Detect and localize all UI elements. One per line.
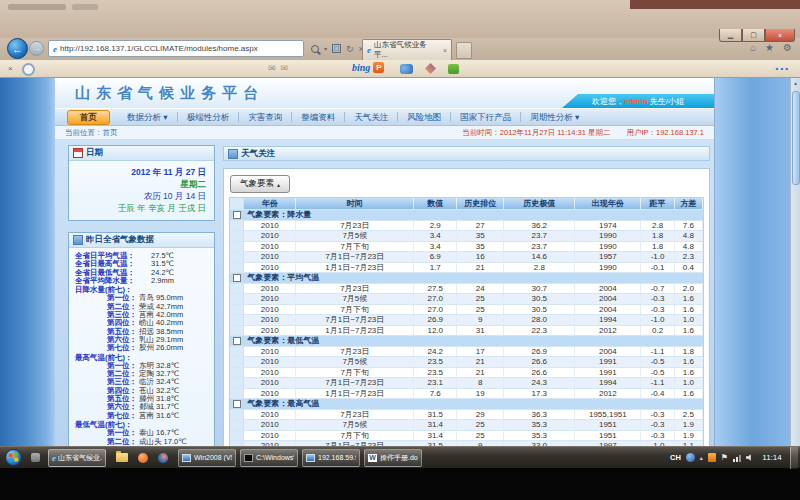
nav-tab-6[interactable]: 风险地图 <box>397 112 450 122</box>
rank-item: 第七位：莒南 31.6℃ <box>75 412 211 420</box>
tray-app-icon[interactable] <box>686 453 695 462</box>
orange-app-icon[interactable] <box>138 453 148 463</box>
taskbar-clock[interactable]: 11:14 <box>759 453 785 462</box>
favorites-icon[interactable]: ★ <box>765 42 774 53</box>
table-row[interactable]: 20107月23日27.52430.72004-0.72.0 <box>230 284 703 295</box>
tools-icon[interactable]: ⚙ <box>783 42 792 53</box>
cell: 23.5 <box>414 368 457 378</box>
spark-addon-icon[interactable] <box>425 63 436 74</box>
cell: 2010 <box>244 410 296 420</box>
tray-security-icon[interactable] <box>708 453 716 462</box>
action-center-flag-icon[interactable]: ⚑ <box>721 453 728 462</box>
puzzle-addon-icon[interactable] <box>448 64 459 74</box>
new-tab-button[interactable] <box>456 42 472 59</box>
table-row[interactable]: 20107月1日~7月23日26.9928.01994-1.01.0 <box>230 315 703 326</box>
language-indicator[interactable]: CH <box>670 453 681 462</box>
nav-tab-7[interactable]: 国家下行产品 <box>450 112 520 122</box>
column-header-7[interactable]: 方差 <box>675 198 703 209</box>
mail-icon[interactable]: ✉ <box>268 63 276 73</box>
nav-tab-3[interactable]: 灾害查询 <box>238 112 291 122</box>
cell: 7月5候 <box>296 357 414 367</box>
toolbar-close-icon[interactable]: × <box>8 64 13 73</box>
element-filter-button[interactable]: 气象要素 ▴ <box>230 175 290 193</box>
nav-tab-5[interactable]: 天气关注 <box>344 112 397 122</box>
bing-logo[interactable]: bing <box>352 62 370 73</box>
bing-p-icon[interactable]: P <box>373 62 384 73</box>
scrollbar-thumb[interactable] <box>792 91 800 185</box>
table-row[interactable]: 20101月1日~7月23日1.7212.81990-0.10.4 <box>230 263 703 274</box>
refresh-icon[interactable]: ↻ <box>346 44 354 54</box>
column-header-3[interactable]: 历史排位 <box>457 198 504 209</box>
camera-addon-icon[interactable] <box>400 64 413 74</box>
nav-tab-8[interactable]: 周期性分析 ▾ <box>520 112 588 122</box>
send-icon[interactable]: ✉ <box>281 63 289 73</box>
cell: 31 <box>457 326 504 336</box>
taskbar-button-0[interactable]: Win2008 (VS2... <box>178 449 236 467</box>
column-header-0[interactable]: 年份 <box>244 198 296 209</box>
nav-tab-2[interactable]: 极端性分析 <box>177 112 239 122</box>
table-row[interactable]: 20107月下旬23.52126.61991-0.51.6 <box>230 368 703 379</box>
table-row[interactable]: 20107月5候31.42535.31951-0.31.9 <box>230 420 703 431</box>
network-icon[interactable] <box>733 454 741 462</box>
table-row[interactable]: 20107月下旬31.42535.31951-0.31.9 <box>230 431 703 442</box>
column-header-4[interactable]: 历史极值 <box>504 198 575 209</box>
cell: 30.7 <box>504 284 575 294</box>
hidden-icons-arrow[interactable]: ▴ <box>700 454 703 461</box>
search-icon[interactable] <box>311 45 319 53</box>
forward-button[interactable]: → <box>29 41 44 56</box>
column-header-5[interactable]: 出现年份 <box>575 198 641 209</box>
tab-close-icon[interactable]: × <box>443 47 447 54</box>
taskbar-button-2[interactable]: 192.168.59.99... <box>302 449 360 467</box>
table-row[interactable]: 20107月1日~7月23日6.91614.61957-1.02.3 <box>230 252 703 263</box>
explorer-folder-icon[interactable] <box>116 453 128 462</box>
scroll-up-icon[interactable]: ▴ <box>791 79 800 88</box>
table-row[interactable]: 20107月5候3.43523.719901.84.8 <box>230 231 703 242</box>
table-row[interactable]: 20107月23日24.21726.92004-1.11.8 <box>230 347 703 358</box>
calendar-panel: 日期 2012 年 11 月 27 日 星期二 农历 10 月 14 日 壬辰 … <box>68 145 215 221</box>
taskbar-active-window[interactable]: e 山东省气候业... <box>48 449 106 467</box>
media-player-icon[interactable] <box>158 453 168 463</box>
column-header-2[interactable]: 数值 <box>414 198 457 209</box>
table-row[interactable]: 20107月23日31.52936.31955,1951-0.32.5 <box>230 410 703 421</box>
volume-icon[interactable] <box>746 454 754 462</box>
search-dropdown-icon[interactable]: ▾ <box>324 45 327 52</box>
address-bar[interactable]: e http://192.168.137.1/GLCCLIMATE/module… <box>48 40 304 57</box>
cell: 27.0 <box>414 294 457 304</box>
minimize-button[interactable]: ▁ <box>719 29 742 42</box>
vertical-scrollbar[interactable]: ▴ <box>790 78 800 446</box>
cell: 3.4 <box>414 231 457 241</box>
table-row[interactable]: 20107月5候23.52126.61991-0.51.6 <box>230 357 703 368</box>
nav-tab-1[interactable]: 数据分析 ▾ <box>118 112 177 122</box>
back-button[interactable]: ← <box>7 38 28 59</box>
nav-tab-4[interactable]: 整编资料 <box>291 112 344 122</box>
section-checkbox[interactable] <box>233 337 241 345</box>
taskbar-button-3[interactable]: W操作手册.docx ... <box>364 449 422 467</box>
section-checkbox[interactable] <box>233 274 241 282</box>
table-row[interactable]: 20101月1日~7月23日7.61917.32012-0.41.6 <box>230 389 703 400</box>
cell: 23.7 <box>504 242 575 252</box>
section-checkbox[interactable] <box>233 400 241 408</box>
browser-tab[interactable]: e 山东省气候业务平... × <box>362 39 452 60</box>
nav-tab-0[interactable]: 首页 <box>67 110 110 125</box>
cell: 1.8 <box>641 242 674 252</box>
start-button[interactable] <box>5 449 22 466</box>
table-row[interactable]: 20101月1日~7月23日12.03122.320120.21.6 <box>230 326 703 337</box>
close-button[interactable]: × <box>765 29 795 42</box>
maximize-button[interactable]: ▢ <box>742 29 765 42</box>
section-checkbox[interactable] <box>233 211 241 219</box>
compatibility-view-icon[interactable] <box>332 44 341 53</box>
home-icon[interactable]: ⌂ <box>750 42 756 53</box>
table-row[interactable]: 20107月1日~7月23日23.1824.31994-1.11.0 <box>230 378 703 389</box>
taskbar-button-1[interactable]: C:\Windows\s... <box>240 449 298 467</box>
column-header-6[interactable]: 距平 <box>641 198 674 209</box>
blocked-icon[interactable] <box>22 63 35 76</box>
table-row[interactable]: 20107月下旬3.43523.719901.84.8 <box>230 242 703 253</box>
cell: 2004 <box>575 294 641 304</box>
table-row[interactable]: 20107月5候27.02530.52004-0.31.6 <box>230 294 703 305</box>
more-icon[interactable]: ••• <box>776 64 790 73</box>
table-row[interactable]: 20107月23日2.92736.219742.87.6 <box>230 221 703 232</box>
column-header-1[interactable]: 时间 <box>296 198 414 209</box>
pinned-app-icon[interactable] <box>31 453 40 462</box>
show-desktop-button[interactable] <box>790 447 798 469</box>
table-row[interactable]: 20107月下旬27.02530.52004-0.31.6 <box>230 305 703 316</box>
